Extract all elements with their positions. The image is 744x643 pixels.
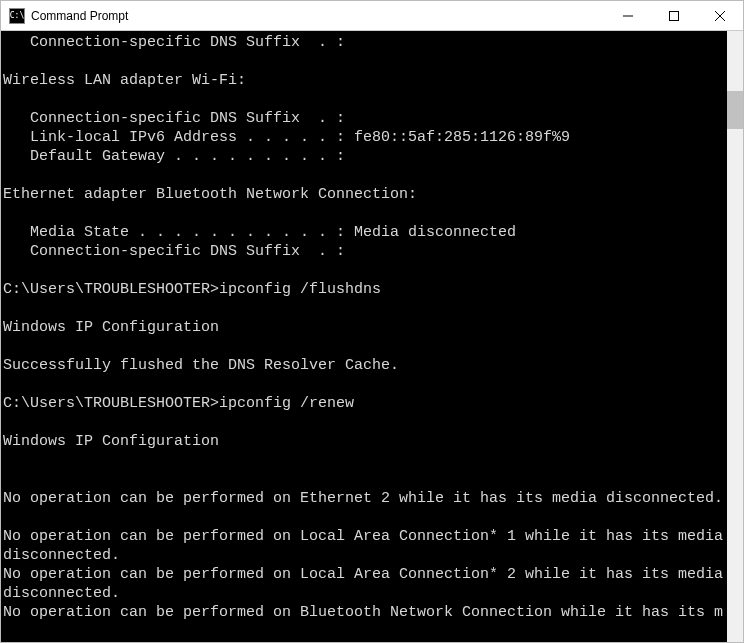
cmd-icon: C:\	[9, 8, 25, 24]
close-icon	[715, 11, 725, 21]
terminal-line: No operation can be performed on Bluetoo…	[3, 603, 727, 622]
terminal-output[interactable]: Connection-specific DNS Suffix . :Wirele…	[1, 31, 727, 643]
close-button[interactable]	[697, 1, 743, 30]
terminal-line	[3, 413, 727, 432]
maximize-icon	[669, 11, 679, 21]
terminal-line: Successfully flushed the DNS Resolver Ca…	[3, 356, 727, 375]
window-title: Command Prompt	[31, 9, 128, 23]
terminal-line	[3, 204, 727, 223]
content-area: Connection-specific DNS Suffix . :Wirele…	[1, 31, 743, 643]
terminal-line	[3, 451, 727, 470]
terminal-line: No operation can be performed on Local A…	[3, 565, 727, 603]
titlebar: C:\ Command Prompt	[1, 1, 743, 31]
terminal-line: Connection-specific DNS Suffix . :	[3, 242, 727, 261]
terminal-line: C:\Users\TROUBLESHOOTER>ipconfig /flushd…	[3, 280, 727, 299]
window-controls	[605, 1, 743, 30]
terminal-line: Default Gateway . . . . . . . . . :	[3, 147, 727, 166]
terminal-line: Windows IP Configuration	[3, 318, 727, 337]
terminal-line: Wireless LAN adapter Wi-Fi:	[3, 71, 727, 90]
terminal-line	[3, 470, 727, 489]
terminal-line: Media State . . . . . . . . . . . : Medi…	[3, 223, 727, 242]
maximize-button[interactable]	[651, 1, 697, 30]
terminal-line	[3, 166, 727, 185]
terminal-line: Windows IP Configuration	[3, 432, 727, 451]
terminal-line: Connection-specific DNS Suffix . :	[3, 109, 727, 128]
terminal-line: Link-local IPv6 Address . . . . . : fe80…	[3, 128, 727, 147]
terminal-line: Ethernet adapter Bluetooth Network Conne…	[3, 185, 727, 204]
vertical-scrollbar[interactable]	[727, 31, 743, 643]
svg-rect-1	[670, 11, 679, 20]
minimize-icon	[623, 11, 633, 21]
minimize-button[interactable]	[605, 1, 651, 30]
terminal-line	[3, 375, 727, 394]
terminal-line: No operation can be performed on Local A…	[3, 527, 727, 565]
terminal-line: No operation can be performed on Etherne…	[3, 489, 727, 508]
terminal-line: C:\Users\TROUBLESHOOTER>ipconfig /renew	[3, 394, 727, 413]
terminal-line	[3, 337, 727, 356]
terminal-line	[3, 299, 727, 318]
terminal-line: Connection-specific DNS Suffix . :	[3, 33, 727, 52]
terminal-line	[3, 261, 727, 280]
scrollbar-thumb[interactable]	[727, 91, 743, 129]
terminal-line	[3, 508, 727, 527]
terminal-line	[3, 90, 727, 109]
terminal-line	[3, 52, 727, 71]
